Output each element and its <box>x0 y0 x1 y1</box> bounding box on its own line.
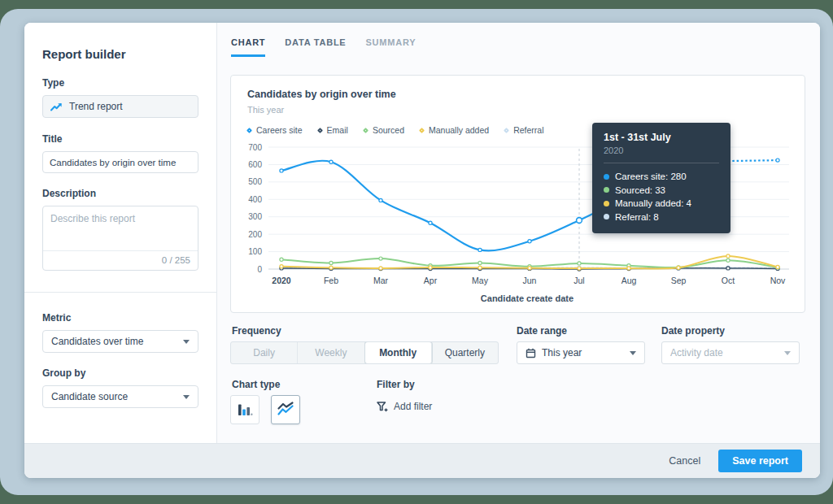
svg-text:Nov: Nov <box>770 276 786 285</box>
add-filter-label: Add filter <box>394 401 432 412</box>
legend-diamond-icon <box>246 127 252 133</box>
title-input[interactable] <box>42 151 198 173</box>
chart-title: Candidates by origin over time <box>231 76 805 100</box>
svg-text:700: 700 <box>248 143 262 152</box>
date-range-label: Date range <box>517 325 567 337</box>
chevron-down-icon <box>630 351 636 355</box>
chevron-down-icon <box>784 351 791 355</box>
legend-label: Manually added <box>429 125 489 135</box>
svg-text:0: 0 <box>257 265 262 274</box>
legend-label: Careers site <box>256 125 303 135</box>
chart-card: Candidates by origin over time This year… <box>230 75 805 313</box>
svg-text:Aug: Aug <box>621 276 637 285</box>
legend-diamond-icon <box>317 127 323 133</box>
frequency-label: Frequency <box>232 325 281 337</box>
svg-text:2020: 2020 <box>272 276 291 285</box>
series-dot-icon <box>604 187 609 193</box>
report-type-value: Trend report <box>69 101 123 112</box>
tab-data-table[interactable]: DATA TABLE <box>285 37 346 57</box>
date-range-select[interactable]: This year <box>517 341 645 364</box>
tooltip-row-text: Referral: 8 <box>615 211 659 224</box>
svg-text:Jun: Jun <box>523 276 537 285</box>
description-input[interactable] <box>43 206 198 247</box>
legend-item-referral[interactable]: Referral <box>504 125 543 135</box>
tooltip-row: Sourced: 33 <box>604 184 719 198</box>
chevron-down-icon <box>183 395 190 399</box>
svg-text:May: May <box>472 276 489 285</box>
report-tabs: CHART DATA TABLE SUMMARY <box>217 23 820 57</box>
save-report-button[interactable]: Save report <box>718 450 802 472</box>
chart-tooltip: 1st - 31st July 2020 Careers site: 280 S… <box>592 123 731 233</box>
svg-text:600: 600 <box>248 160 262 169</box>
frequency-daily-button[interactable]: Daily <box>231 342 298 363</box>
metric-value: Candidates over time <box>51 336 143 347</box>
date-property-value: Activity date <box>670 347 723 358</box>
legend-label: Sourced <box>373 125 404 135</box>
filter-by-label: Filter by <box>377 379 415 390</box>
svg-text:Mar: Mar <box>373 276 389 285</box>
trend-report-icon <box>50 102 63 112</box>
footer-bar: Cancel Save report <box>24 443 820 478</box>
tab-chart[interactable]: CHART <box>231 37 265 57</box>
tooltip-divider <box>604 163 719 163</box>
series-dot-icon <box>604 201 609 206</box>
date-range-value: This year <box>542 347 582 358</box>
add-filter-button[interactable]: Add filter <box>377 401 432 412</box>
title-label: Title <box>42 133 198 145</box>
group-by-select[interactable]: Candidate source <box>42 385 198 408</box>
legend-item-sourced[interactable]: Sourced <box>364 125 404 135</box>
bar-chart-icon <box>236 401 254 419</box>
calendar-icon <box>526 348 536 358</box>
legend-label: Referral <box>513 125 543 135</box>
report-type-field[interactable]: Trend report <box>42 95 198 118</box>
chevron-down-icon <box>183 340 190 344</box>
chart-type-line-button[interactable] <box>271 395 300 424</box>
frequency-monthly-button[interactable]: Monthly <box>365 342 432 363</box>
legend-diamond-icon <box>504 127 509 133</box>
chart-type-bar-button[interactable] <box>230 395 259 424</box>
svg-text:Jul: Jul <box>574 276 584 285</box>
type-label: Type <box>42 77 198 89</box>
description-label: Description <box>42 188 198 199</box>
chart-type-label: Chart type <box>232 379 280 390</box>
character-counter: 0 / 255 <box>43 250 198 270</box>
legend-label: Email <box>327 125 348 135</box>
legend-diamond-icon <box>363 127 369 133</box>
page-title: Report builder <box>42 47 198 61</box>
svg-text:100: 100 <box>248 247 262 256</box>
tooltip-title: 1st - 31st July <box>604 132 719 143</box>
tooltip-row-text: Manually added: 4 <box>615 197 691 211</box>
tab-summary[interactable]: SUMMARY <box>365 37 416 57</box>
svg-text:400: 400 <box>248 195 262 204</box>
series-dot-icon <box>604 174 609 180</box>
group-by-value: Candidate source <box>51 391 128 402</box>
legend-diamond-icon <box>419 127 425 133</box>
tooltip-row: Manually added: 4 <box>604 197 719 211</box>
tooltip-subtitle: 2020 <box>604 146 719 155</box>
report-builder-window: Report builder Type Trend report Title D… <box>24 23 820 478</box>
frequency-segmented-control: Daily Weekly Monthly Quarterly <box>230 341 499 364</box>
frequency-quarterly-button[interactable]: Quarterly <box>432 342 498 363</box>
xaxis-label: Candidate create date <box>267 293 787 303</box>
svg-text:300: 300 <box>248 212 262 221</box>
tooltip-row: Referral: 8 <box>604 211 719 224</box>
tooltip-row-text: Careers site: 280 <box>615 170 687 184</box>
legend-item-careers-site[interactable]: Careers site <box>247 125 303 135</box>
svg-text:Sep: Sep <box>671 276 687 285</box>
cancel-button[interactable]: Cancel <box>669 455 700 467</box>
chart-subtitle: This year <box>231 100 805 115</box>
report-builder-sidebar: Report builder Type Trend report Title D… <box>24 23 217 443</box>
date-property-label: Date property <box>661 325 725 337</box>
line-chart-icon <box>277 401 294 419</box>
frequency-weekly-button[interactable]: Weekly <box>298 342 364 363</box>
tooltip-row: Careers site: 280 <box>604 170 719 184</box>
svg-text:500: 500 <box>248 177 262 186</box>
group-by-label: Group by <box>42 367 198 379</box>
series-dot-icon <box>604 214 609 219</box>
metric-label: Metric <box>42 312 198 324</box>
legend-item-email[interactable]: Email <box>318 125 348 135</box>
tooltip-row-text: Sourced: 33 <box>615 184 665 198</box>
legend-item-manually-added[interactable]: Manually added <box>420 125 489 135</box>
date-property-select[interactable]: Activity date <box>661 341 800 364</box>
metric-select[interactable]: Candidates over time <box>42 330 198 353</box>
